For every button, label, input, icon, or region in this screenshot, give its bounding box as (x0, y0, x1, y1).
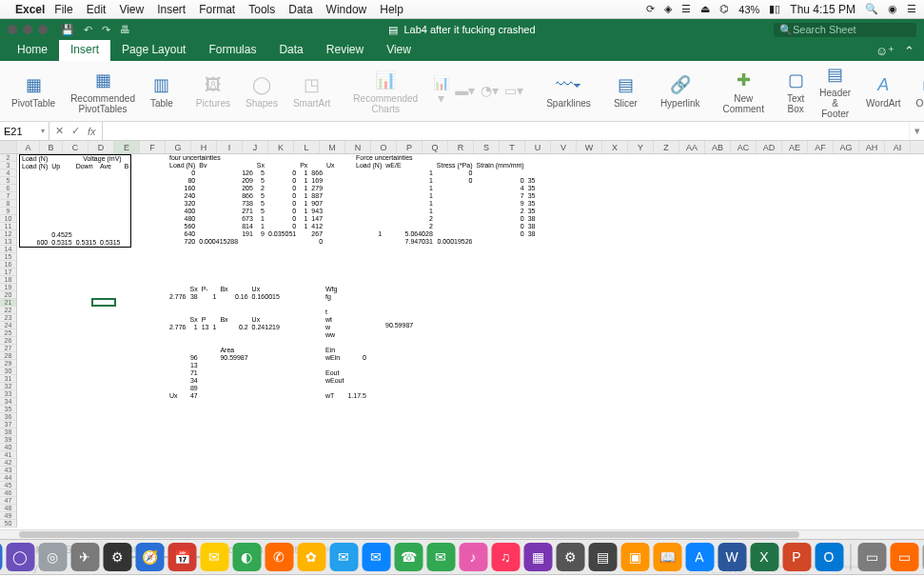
wifi-icon[interactable]: ◈ (664, 3, 672, 15)
chart-gallery[interactable]: 📊▾▬▾◔▾▭▾ (429, 79, 527, 104)
row-header-31[interactable]: 31 (0, 375, 17, 383)
sheet-search[interactable]: 🔍 (774, 23, 916, 37)
dock-app-22[interactable]: A (685, 543, 714, 571)
menu-format[interactable]: Format (199, 3, 235, 16)
col-header-AI[interactable]: AI (885, 141, 911, 153)
row-header-2[interactable]: 2 (0, 154, 17, 162)
sparklines-button[interactable]: 〰▾Sparklines (542, 73, 595, 109)
menu-window[interactable]: Window (326, 3, 367, 16)
row-header-34[interactable]: 34 (0, 398, 17, 406)
col-header-J[interactable]: J (243, 141, 268, 153)
col-header-AC[interactable]: AC (731, 141, 757, 153)
qat-save-icon[interactable]: 💾 (61, 24, 74, 36)
row-header-22[interactable]: 22 (0, 307, 17, 314)
row-header-45[interactable]: 45 (0, 482, 17, 489)
col-header-H[interactable]: H (191, 141, 217, 153)
dock-app-4[interactable]: ⚙ (103, 543, 131, 571)
pivottable-button[interactable]: ▦PivotTable (8, 73, 59, 109)
tab-view[interactable]: View (375, 40, 423, 61)
col-header-Y[interactable]: Y (628, 141, 654, 153)
dock-app-6[interactable]: 📅 (167, 543, 196, 571)
tab-page-layout[interactable]: Page Layout (110, 40, 197, 61)
row-header-41[interactable]: 41 (0, 451, 17, 459)
app-name[interactable]: Excel (15, 3, 45, 16)
row-header-6[interactable]: 6 (0, 185, 17, 192)
col-header-R[interactable]: R (448, 141, 474, 153)
smartart-button[interactable]: ◳SmartArt (289, 73, 334, 109)
dock-app-12[interactable]: ✉ (362, 543, 390, 571)
col-header-V[interactable]: V (551, 141, 577, 153)
row-header-44[interactable]: 44 (0, 474, 17, 482)
menu-insert[interactable]: Insert (157, 3, 186, 16)
dock-app-13[interactable]: ☎ (394, 543, 423, 571)
dock-app-8[interactable]: ◐ (232, 543, 261, 571)
menu-file[interactable]: File (54, 3, 72, 16)
menu-tools[interactable]: Tools (248, 3, 275, 16)
sync-icon[interactable]: ⟳ (646, 3, 655, 15)
qat-redo-icon[interactable]: ↷ (102, 24, 110, 36)
table-button[interactable]: ▥Table (147, 73, 177, 109)
dock-app-7[interactable]: ✉ (200, 543, 228, 571)
row-header-26[interactable]: 26 (0, 337, 17, 345)
dock-app-18[interactable]: ⚙ (556, 543, 584, 571)
row-header-48[interactable]: 48 (0, 505, 17, 512)
fx-icon[interactable]: fx (88, 126, 96, 137)
collapse-ribbon-icon[interactable]: ⌃ (904, 44, 914, 58)
row-header-13[interactable]: 13 (0, 238, 17, 246)
dock-app-20[interactable]: ▣ (620, 543, 649, 571)
col-header-K[interactable]: K (268, 141, 294, 153)
row-header-5[interactable]: 5 (0, 177, 17, 185)
row-header-7[interactable]: 7 (0, 192, 17, 200)
col-header-S[interactable]: S (474, 141, 500, 153)
dock-app-19[interactable]: ▤ (588, 543, 617, 571)
dock-app-25[interactable]: P (782, 543, 811, 571)
dock-app-17[interactable]: ▦ (523, 543, 552, 571)
col-header-A[interactable]: A (17, 141, 40, 153)
menu-data[interactable]: Data (288, 3, 312, 16)
header-footer-button[interactable]: ▤Header & Footer (816, 63, 855, 119)
row-header-3[interactable]: 3 (0, 162, 17, 169)
dock-app-10[interactable]: ✿ (297, 543, 325, 571)
menu-help[interactable]: Help (380, 3, 403, 16)
col-header-AB[interactable]: AB (705, 141, 731, 153)
col-header-Q[interactable]: Q (423, 141, 448, 153)
hyperlink-button[interactable]: 🔗Hyperlink (657, 73, 704, 109)
clock[interactable]: Thu 4:15 PM (790, 3, 855, 16)
row-header-9[interactable]: 9 (0, 208, 17, 215)
col-header-B[interactable]: B (40, 141, 63, 153)
col-header-P[interactable]: P (397, 141, 423, 153)
col-header-Z[interactable]: Z (654, 141, 679, 153)
dock-app-24[interactable]: X (750, 543, 778, 571)
row-header-24[interactable]: 24 (0, 322, 17, 329)
tab-review[interactable]: Review (315, 40, 375, 61)
row-header-25[interactable]: 25 (0, 329, 17, 337)
row-header-28[interactable]: 28 (0, 352, 17, 360)
dock-app-11[interactable]: ✉ (329, 543, 358, 571)
row-header-33[interactable]: 33 (0, 390, 17, 398)
tab-data[interactable]: Data (267, 40, 314, 61)
sheet-search-input[interactable] (793, 24, 911, 35)
dock-app-28[interactable]: ▭ (890, 543, 918, 571)
col-header-M[interactable]: M (320, 141, 345, 153)
row-header-10[interactable]: 10 (0, 215, 17, 223)
siri-icon[interactable]: ◉ (888, 3, 897, 15)
row-header-50[interactable]: 50 (0, 520, 17, 527)
col-header-AA[interactable]: AA (679, 141, 705, 153)
qat-undo-icon[interactable]: ↶ (84, 24, 92, 36)
row-header-23[interactable]: 23 (0, 314, 17, 322)
row-header-14[interactable]: 14 (0, 246, 17, 253)
pictures-button[interactable]: 🖼Pictures (192, 73, 234, 109)
dock-app-26[interactable]: O (815, 543, 843, 571)
recommended-charts-button[interactable]: 📊Recommended Charts (349, 69, 422, 114)
col-header-D[interactable]: D (88, 141, 114, 153)
dnd-icon[interactable]: ☰ (681, 3, 691, 15)
col-header-F[interactable]: F (140, 141, 166, 153)
col-header-L[interactable]: L (294, 141, 320, 153)
formula-input[interactable] (103, 122, 909, 140)
row-header-15[interactable]: 15 (0, 253, 17, 261)
col-header-AF[interactable]: AF (808, 141, 834, 153)
row-header-12[interactable]: 12 (0, 230, 17, 238)
dock-app-21[interactable]: 📖 (653, 543, 681, 571)
col-header-U[interactable]: U (525, 141, 551, 153)
traffic-lights[interactable] (8, 25, 48, 34)
